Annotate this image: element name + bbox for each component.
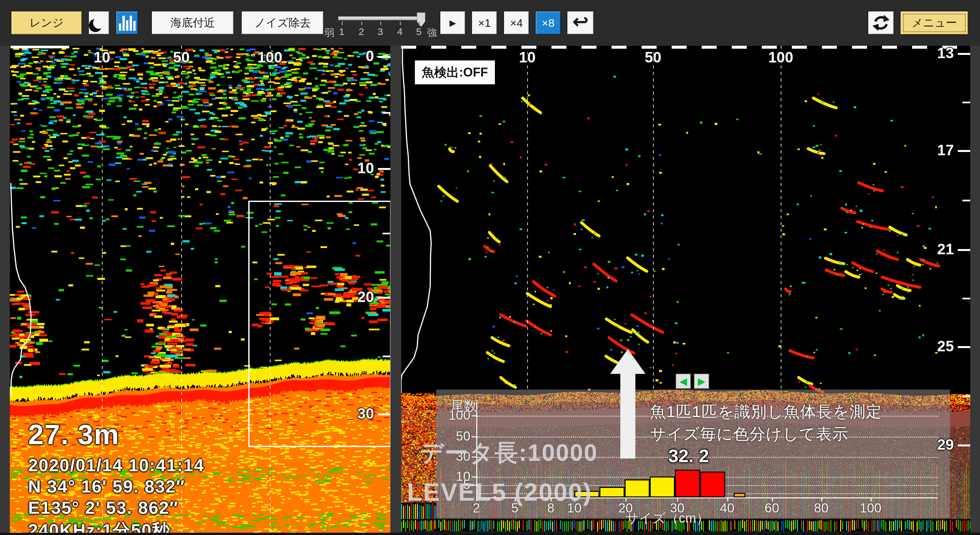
frequency-readout: 240KHz:1分50秒 (28, 519, 170, 533)
distance-label: 10 (504, 48, 550, 66)
histogram-x-tick-label: 80 (807, 501, 836, 515)
distance-label: 50 (158, 48, 204, 66)
histogram-y-axis-title: 尾数 (451, 397, 487, 415)
annotation-line2: サイズ毎に色分けして表示 (650, 424, 849, 444)
depth-label: 25 (918, 337, 954, 355)
gain-slider-thumb[interactable] (417, 13, 425, 27)
depth-major-tick (378, 168, 390, 170)
depth-label: 10 (338, 159, 374, 177)
depth-label: 17 (918, 141, 954, 159)
datetime-readout: 2020/01/14 10:41:14 (28, 455, 204, 475)
histogram-bar (734, 493, 745, 497)
level-text: LEVEL5 (2000) (407, 478, 592, 506)
depth-major-tick (378, 413, 390, 416)
depth-minor-tick (963, 395, 970, 397)
distance-gridline (527, 46, 528, 392)
depth-label: 20 (338, 288, 374, 306)
gain-tick (361, 22, 362, 25)
right-sonar-panel: 10501001317212529 魚検出:OFF 10050301052581… (401, 46, 970, 533)
histogram-x-axis-title: サイズ（cm） (617, 509, 718, 527)
annotation-line1: 魚1匹1匹を識別し魚体長を測定 (650, 401, 882, 422)
depth-label: 29 (918, 436, 954, 453)
refresh-icon (872, 13, 891, 32)
histogram-bar (600, 487, 625, 497)
depth-minor-tick (382, 355, 390, 357)
menu-button[interactable]: メニュー (900, 11, 968, 34)
longitude-readout: E135° 2' 53. 862″ (28, 497, 179, 517)
panel-top-dashed-border (401, 46, 970, 49)
left-margin-strip (0, 46, 10, 533)
distance-label: 100 (758, 48, 803, 66)
depth-minor-tick (963, 200, 970, 201)
callout-arrow-head (610, 349, 646, 374)
data-length-text: データ長:10000 (420, 437, 598, 469)
callout-arrow-shaft (620, 373, 635, 459)
depth-minor-tick (963, 102, 970, 103)
distance-label: 50 (630, 48, 676, 66)
gain-strong-label: 強 (424, 26, 440, 40)
rewind-return-button[interactable]: ↩ (568, 11, 593, 34)
gain-tick (400, 22, 401, 25)
histogram-y-tick (472, 416, 476, 416)
panel-gap-strip (390, 46, 401, 533)
depth-label: 30 (338, 404, 374, 422)
speed-x1-button[interactable]: ×1 (472, 11, 497, 34)
speed-x8-button[interactable]: ×8 (536, 11, 560, 34)
toolbar: レンジ 海底付近 ノイズ除去 12345 弱 強 ▶ ×1 ×4 ×8 ↩ メニ… (0, 0, 980, 46)
depth-major-tick (958, 444, 970, 446)
distance-gridline (653, 46, 654, 392)
depth-major-tick (378, 297, 390, 299)
night-mode-button[interactable] (89, 11, 109, 34)
right-margin-strip (970, 46, 980, 533)
histogram-bar (625, 479, 650, 497)
gain-tick (419, 22, 420, 25)
speed-x4-button[interactable]: ×4 (504, 11, 529, 34)
depth-minor-tick (382, 112, 390, 114)
fish-detect-status-badge[interactable]: 魚検出:OFF (415, 61, 495, 84)
recent-data-bar (10, 46, 69, 48)
histogram-next-button[interactable]: ▶ (694, 374, 709, 389)
bottom-edge-strip (0, 533, 980, 535)
gain-tick (342, 22, 343, 25)
histogram-bar (700, 471, 725, 497)
histogram-toggle-button[interactable] (116, 11, 138, 34)
gain-tick (380, 22, 381, 25)
gain-weak-label: 弱 (321, 26, 337, 40)
mean-size-value: 32. 2 (659, 445, 718, 467)
latitude-readout: N 34° 16' 59. 832″ (28, 476, 185, 497)
near-bottom-button[interactable]: 海底付近 (152, 11, 234, 34)
gain-slider-track[interactable] (338, 16, 425, 20)
menu-label: メニュー (912, 15, 957, 30)
depth-major-tick (958, 249, 970, 251)
gain-tick-label: 4 (392, 26, 408, 37)
histogram-bar (675, 470, 700, 497)
depth-label: 21 (918, 240, 954, 258)
gain-tick-label: 2 (353, 26, 369, 37)
refresh-button[interactable] (868, 11, 894, 34)
left-sonar-panel: 10501000102030 27. 3m 2020/01/14 10:41:1… (10, 46, 390, 533)
gain-tick-label: 3 (372, 26, 388, 37)
moon-icon (93, 17, 105, 29)
play-button[interactable]: ▶ (440, 11, 465, 34)
range-button[interactable]: レンジ (11, 11, 82, 34)
depth-minor-tick (382, 233, 390, 234)
depth-label: 0 (338, 47, 374, 65)
depth-readout: 27. 3m (28, 418, 119, 451)
depth-minor-tick (963, 298, 970, 299)
noise-removal-button[interactable]: ノイズ除去 (242, 11, 323, 34)
distance-label: 100 (247, 48, 293, 66)
histogram-y-tick (472, 476, 476, 478)
histogram-x-tick-label: 100 (856, 501, 885, 515)
histogram-bar (650, 476, 675, 497)
distance-label: 10 (79, 48, 125, 66)
depth-label: 13 (918, 46, 954, 62)
depth-major-tick (958, 53, 970, 55)
depth-major-tick (378, 56, 390, 58)
histogram-icon (119, 15, 135, 31)
histogram-prev-button[interactable]: ◀ (676, 374, 691, 389)
depth-major-tick (958, 346, 970, 348)
histogram-x-tick-label: 60 (757, 501, 787, 515)
depth-major-tick (958, 150, 970, 152)
distance-gridline (781, 46, 781, 392)
